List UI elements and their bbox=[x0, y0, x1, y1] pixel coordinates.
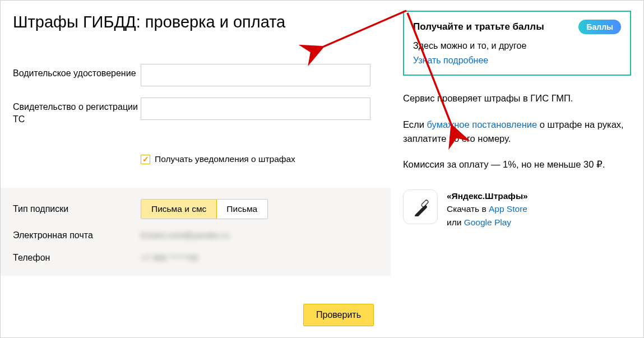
phone-value: +7 968 ******09 bbox=[141, 253, 198, 262]
registration-input[interactable] bbox=[141, 98, 370, 120]
download-pre: Скачать в bbox=[447, 204, 489, 214]
app-promo: «Яндекс.Штрафы» Скачать в App Store или … bbox=[403, 189, 631, 229]
points-badge[interactable]: Баллы bbox=[578, 20, 621, 34]
info-line2-pre: Если bbox=[403, 119, 427, 129]
seg-letters-sms[interactable]: Письма и смс bbox=[141, 199, 217, 219]
subscription-segmented: Письма и смс Письма bbox=[141, 199, 268, 219]
license-label: Водительское удостоверение bbox=[13, 64, 141, 80]
info-line-1: Сервис проверяет штрафы в ГИС ГМП. bbox=[403, 91, 631, 105]
promo-box: Получайте и тратьте баллы Баллы Здесь мо… bbox=[403, 11, 631, 76]
info-line-3: Комиссия за оплату — 1%, но не меньше 30… bbox=[403, 158, 631, 172]
app-icon bbox=[403, 189, 438, 224]
registration-label: Свидетельство о регистрации ТС bbox=[13, 98, 141, 125]
wand-icon bbox=[411, 197, 430, 216]
or-text: или bbox=[447, 217, 464, 227]
promo-subtitle: Здесь можно и то, и другое bbox=[413, 41, 621, 51]
notify-checkbox[interactable]: ✓ Получать уведомления о штрафах bbox=[141, 154, 374, 164]
app-store-link[interactable]: App Store bbox=[489, 204, 527, 214]
submit-button[interactable]: Проверить bbox=[303, 304, 374, 326]
info-line-2: Если бумажное постановление о штрафе на … bbox=[403, 118, 631, 146]
seg-letters[interactable]: Письма bbox=[216, 200, 267, 219]
svg-rect-1 bbox=[421, 200, 429, 207]
phone-label: Телефон bbox=[13, 252, 141, 264]
subscription-type-label: Тип подписки bbox=[13, 203, 141, 215]
email-label: Электронная почта bbox=[13, 229, 141, 242]
email-value: Kristini.mint@yandex.ru bbox=[141, 230, 230, 240]
license-input[interactable] bbox=[141, 64, 370, 86]
notify-label: Получать уведомления о штрафах bbox=[155, 154, 295, 164]
svg-rect-0 bbox=[414, 205, 428, 216]
page-title: Штрафы ГИБДД: проверка и оплата bbox=[13, 13, 374, 31]
promo-learn-more-link[interactable]: Узнать подробнее bbox=[413, 55, 488, 65]
promo-title: Получайте и тратьте баллы bbox=[413, 21, 544, 33]
google-play-link[interactable]: Google Play bbox=[464, 217, 511, 227]
paper-resolution-link[interactable]: бумажное постановление bbox=[427, 119, 538, 129]
checkmark-icon: ✓ bbox=[141, 155, 150, 164]
app-name: «Яндекс.Штрафы» bbox=[447, 189, 528, 202]
